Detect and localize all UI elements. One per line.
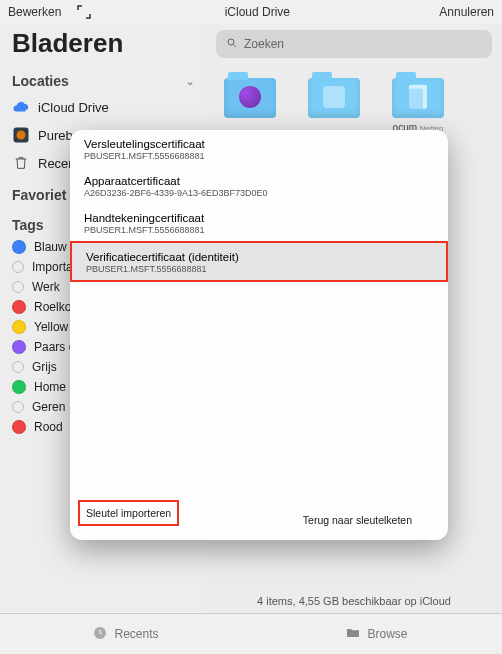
cert-item-selected[interactable]: Verificatiecertificaat (identiteit) PBUS… xyxy=(70,241,448,282)
import-key-button[interactable]: Sleutel importeren xyxy=(86,505,171,521)
cert-title: Versleutelingscertificaat xyxy=(84,138,434,150)
tag-color-icon xyxy=(12,420,26,434)
cert-item[interactable]: Versleutelingscertificaat PBUSER1.MSFT.5… xyxy=(70,130,448,167)
tag-label: Blauw xyxy=(34,240,67,254)
clock-icon xyxy=(92,625,108,644)
certificate-modal: Versleutelingscertificaat PBUSER1.MSFT.5… xyxy=(70,130,448,540)
icloud-icon xyxy=(12,98,30,116)
menubar: Bewerken iCloud Drive Annuleren xyxy=(0,0,502,24)
fullscreen-icon[interactable] xyxy=(77,5,91,19)
tag-color-icon xyxy=(12,240,26,254)
cert-title: Apparaatcertificaat xyxy=(84,175,434,187)
tab-label: Recents xyxy=(114,627,158,641)
search-input[interactable]: Zoeken xyxy=(216,30,492,58)
trash-icon xyxy=(12,154,30,172)
status-text: 4 items, 4,55 GB beschikbaar op iCloud xyxy=(206,589,502,613)
cert-sub: PBUSER1.MSFT.5556688881 xyxy=(84,151,434,161)
folder-icon xyxy=(224,78,276,118)
tag-color-icon xyxy=(12,281,24,293)
folder-icon xyxy=(392,78,444,118)
cert-item[interactable]: Apparaatcertificaat A26D3236-2BF6-4339-9… xyxy=(70,167,448,204)
tag-color-icon xyxy=(12,401,24,413)
tag-label: Yellow xyxy=(34,320,68,334)
tag-color-icon xyxy=(12,300,26,314)
tag-color-icon xyxy=(12,261,24,273)
folder-icon xyxy=(308,78,360,118)
tab-browse[interactable]: Browse xyxy=(251,614,502,654)
tag-label: Home xyxy=(34,380,66,394)
tag-color-icon xyxy=(12,340,26,354)
back-to-keychain-button[interactable]: Terug naar sleutelketen xyxy=(303,514,412,526)
modal-footer: Sleutel importeren Terug naar sleutelket… xyxy=(70,490,448,540)
tag-label: Rood xyxy=(34,420,63,434)
cancel-button[interactable]: Annuleren xyxy=(439,5,494,19)
search-icon xyxy=(226,37,238,52)
folder-item[interactable] xyxy=(304,78,364,122)
cert-title: Handtekeningcertificaat xyxy=(84,212,434,224)
cert-sub: PBUSER1.MSFT.5556688881 xyxy=(84,225,434,235)
favorites-label: Favoriet s xyxy=(12,187,78,203)
tag-label: Werk xyxy=(32,280,60,294)
purebred-icon xyxy=(12,126,30,144)
search-placeholder: Zoeken xyxy=(244,37,284,51)
folder-tab-icon xyxy=(345,625,361,644)
cert-title: Verificatiecertificaat (identiteit) xyxy=(86,251,432,263)
tag-color-icon xyxy=(12,380,26,394)
svg-line-3 xyxy=(234,44,237,47)
window-title: iCloud Drive xyxy=(225,5,290,19)
tab-recents[interactable]: Recents xyxy=(0,614,251,654)
folder-item[interactable] xyxy=(220,78,280,122)
tag-color-icon xyxy=(12,361,24,373)
section-locations[interactable]: Locaties ⌄ xyxy=(0,63,206,93)
edit-menu[interactable]: Bewerken xyxy=(8,5,61,19)
svg-point-2 xyxy=(228,39,234,45)
svg-point-1 xyxy=(17,131,26,140)
locations-label: Locaties xyxy=(12,73,69,89)
tags-label: Tags xyxy=(12,217,44,233)
chevron-down-icon: ⌄ xyxy=(186,76,194,87)
cert-sub: A26D3236-2BF6-4339-9A13-6ED3BF73D0E0 xyxy=(84,188,434,198)
tag-label: Grijs xyxy=(32,360,57,374)
cert-sub: PBUSER1.MSFT.5556688881 xyxy=(86,264,432,274)
tag-color-icon xyxy=(12,320,26,334)
bottom-tabs: Recents Browse xyxy=(0,613,502,654)
cert-item[interactable]: Handtekeningcertificaat PBUSER1.MSFT.555… xyxy=(70,204,448,241)
sidebar-item-label: iCloud Drive xyxy=(38,100,109,115)
tab-label: Browse xyxy=(367,627,407,641)
browse-title: Bladeren xyxy=(0,24,206,63)
tag-label: Importa xyxy=(32,260,73,274)
tag-label: Geren xyxy=(32,400,65,414)
sidebar-item-icloud-drive[interactable]: iCloud Drive xyxy=(0,93,206,121)
